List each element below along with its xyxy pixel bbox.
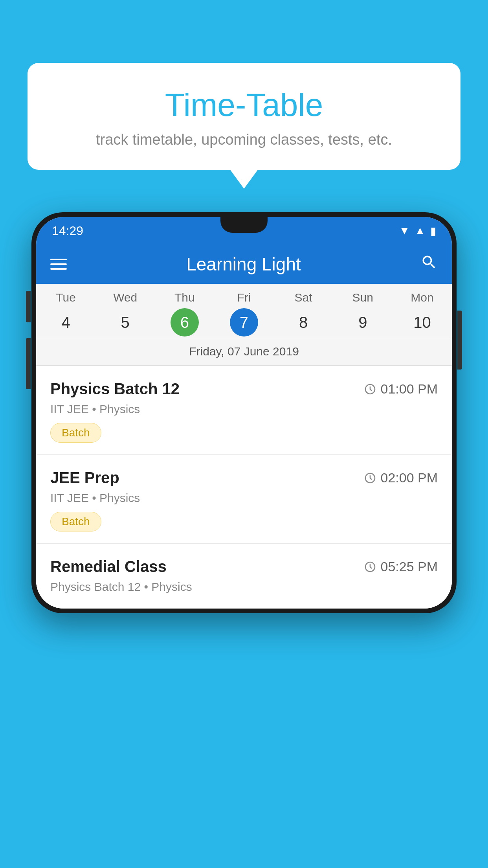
batch-badge-1: Batch [50, 423, 101, 443]
class-time-1: 01:00 PM [364, 381, 438, 397]
search-button[interactable] [420, 254, 438, 275]
day-name-mon: Mon [411, 291, 433, 304]
day-num-sun: 9 [349, 308, 377, 337]
day-col-tue[interactable]: Tue 4 [37, 291, 95, 337]
menu-icon-line1 [50, 259, 67, 260]
day-name-sun: Sun [352, 291, 373, 304]
day-num-fri: 7 [230, 308, 258, 337]
class-name-1: Physics Batch 12 [50, 380, 180, 398]
class-time-3: 05:25 PM [364, 559, 438, 574]
class-time-2: 02:00 PM [364, 470, 438, 485]
app-toolbar: Learning Light [36, 245, 452, 284]
day-col-mon[interactable]: Mon 10 [393, 291, 451, 337]
class-item-3-header: Remedial Class 05:25 PM [50, 558, 438, 576]
day-num-wed: 5 [111, 308, 139, 337]
batch-badge-2: Batch [50, 512, 101, 531]
menu-icon-line3 [50, 268, 67, 270]
day-name-thu: Thu [174, 291, 195, 304]
day-num-mon: 10 [408, 308, 436, 337]
status-time: 14:29 [52, 224, 83, 238]
status-icons: ▼ ▲ ▮ [399, 224, 436, 237]
class-item-2-header: JEE Prep 02:00 PM [50, 469, 438, 487]
battery-icon: ▮ [430, 224, 436, 237]
class-detail-2: IIT JEE • Physics [50, 491, 438, 505]
wifi-icon: ▼ [399, 224, 410, 237]
class-name-2: JEE Prep [50, 469, 119, 487]
speech-bubble-card: Time-Table track timetable, upcoming cla… [28, 63, 460, 170]
status-bar: 14:29 ▼ ▲ ▮ [36, 217, 452, 245]
day-num-tue: 4 [52, 308, 80, 337]
day-col-thu[interactable]: Thu 6 [155, 291, 214, 337]
clock-icon-2 [364, 472, 376, 484]
side-button-volume-down [26, 338, 31, 389]
day-num-sat: 8 [289, 308, 317, 337]
day-col-wed[interactable]: Wed 5 [96, 291, 155, 337]
menu-icon-line2 [50, 263, 67, 265]
class-detail-3: Physics Batch 12 • Physics [50, 580, 438, 594]
side-button-volume-up [26, 291, 31, 322]
day-name-tue: Tue [56, 291, 76, 304]
signal-icon: ▲ [415, 224, 426, 237]
side-button-power [457, 311, 462, 370]
app-title: Time-Table [47, 86, 441, 123]
class-detail-1: IIT JEE • Physics [50, 403, 438, 416]
day-name-wed: Wed [113, 291, 137, 304]
class-name-3: Remedial Class [50, 558, 167, 576]
clock-icon-1 [364, 383, 376, 395]
clock-icon-3 [364, 561, 376, 573]
phone-outer: 14:29 ▼ ▲ ▮ Learning Light [31, 212, 457, 613]
class-item-1[interactable]: Physics Batch 12 01:00 PM IIT JEE • Phys… [36, 366, 452, 455]
calendar-week-row: Tue 4 Wed 5 Thu 6 Fri 7 Sat 8 [36, 284, 452, 339]
day-col-sat[interactable]: Sat 8 [274, 291, 333, 337]
day-name-sat: Sat [295, 291, 312, 304]
day-col-sun[interactable]: Sun 9 [333, 291, 392, 337]
selected-date-label: Friday, 07 June 2019 [36, 339, 452, 366]
menu-button[interactable] [50, 259, 67, 270]
day-col-fri[interactable]: Fri 7 [215, 291, 273, 337]
phone-screen: 14:29 ▼ ▲ ▮ Learning Light [36, 217, 452, 609]
phone-mockup: 14:29 ▼ ▲ ▮ Learning Light [31, 212, 457, 868]
day-name-fri: Fri [237, 291, 251, 304]
day-num-thu: 6 [171, 308, 199, 337]
class-item-2[interactable]: JEE Prep 02:00 PM IIT JEE • Physics Batc… [36, 455, 452, 544]
notch [220, 217, 268, 233]
class-item-3[interactable]: Remedial Class 05:25 PM Physics Batch 12… [36, 544, 452, 609]
app-subtitle: track timetable, upcoming classes, tests… [47, 131, 441, 148]
class-item-1-header: Physics Batch 12 01:00 PM [50, 380, 438, 398]
toolbar-title: Learning Light [67, 254, 420, 275]
